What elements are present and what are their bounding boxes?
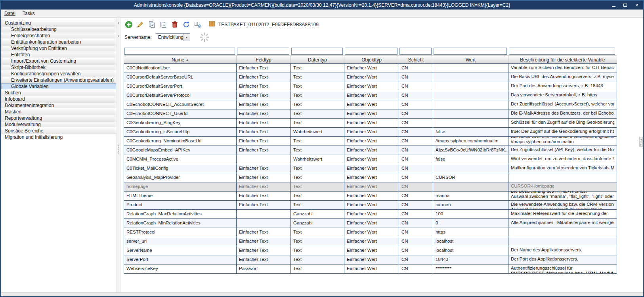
table-row[interactable]: RelationGraph_MinRelationActivitiesGanzz… — [124, 219, 617, 228]
table-row[interactable]: C0Geokodierung_BingKeyEinfacher TextText… — [124, 119, 617, 128]
table-row[interactable]: C0EchobotCONNECT_UserIdEinfacher TextTex… — [124, 109, 617, 119]
cell-feldtyp: Einfacher Text — [237, 192, 291, 200]
sidebar-item-import-export-von-customizing[interactable]: Import/Export von Customizing — [1, 58, 116, 64]
sidebar-tree: CustomizingSchlüsselbearbeitungFeldeigen… — [1, 18, 117, 292]
table-row[interactable]: RESTProtocolEinfacher TextTextEinfacher … — [124, 228, 617, 237]
cell-feldtyp: Einfacher Text — [237, 201, 291, 209]
sidebar-item-migration-und-initialisierung[interactable]: Migration und Initialisierung — [1, 134, 116, 140]
splitter-grip — [117, 145, 120, 153]
sidebar-item-feldeigenschaften[interactable]: Feldeigenschaften — [1, 33, 116, 38]
table-row[interactable]: C0Ticket_MailConfigEinfacher TextTextEin… — [124, 164, 617, 173]
menu-tasks[interactable]: Tasks — [19, 10, 38, 17]
splitter-collapse-left-icon[interactable]: ‹ — [117, 21, 120, 25]
cell-objekttyp: Einfacher Wert — [344, 219, 399, 228]
table-row[interactable]: ServerNameEinfacher TextTextEinfacher We… — [124, 246, 617, 255]
table-row[interactable]: C0CursorDefaultServerProtocolEinfacher T… — [124, 91, 617, 100]
column-header-objekttyp[interactable]: Objekttyp — [344, 56, 399, 63]
cell-name: C0GoogleMapsEmbed_APIKey — [124, 146, 237, 155]
filter-input-datentyp[interactable] — [291, 48, 343, 55]
table-row[interactable]: C0CursorDefaultServerBaseURLEinfacher Te… — [124, 73, 617, 82]
table-row[interactable]: WebserviceKeyPasswortTextEinfacher WertC… — [124, 264, 617, 274]
table-row[interactable]: ServerPortEinfacher TextTextEinfacher We… — [124, 255, 617, 264]
close-button[interactable]: ✕ — [631, 1, 642, 10]
table-row[interactable]: C0Geokodierung_NominatimBaseUrlEinfacher… — [124, 137, 617, 146]
column-header-beschreibung[interactable]: Beschreibung für die selektierte Variabl… — [508, 56, 617, 63]
cell-objekttyp: Einfacher Wert — [344, 155, 399, 164]
sidebar-splitter[interactable]: ‹ › — [117, 18, 120, 292]
filter-input-schicht[interactable] — [399, 48, 432, 55]
table-row[interactable]: Geoanalysis_MapProviderEinfacher TextTex… — [124, 173, 617, 182]
servername-select[interactable]: Entwicklung ▼ — [156, 33, 190, 41]
cell-schicht: CN — [399, 109, 433, 118]
cell-name: RelationGraph_MinRelationActivities — [124, 219, 237, 228]
delete-button[interactable] — [170, 20, 179, 29]
filter-input-feldtyp[interactable] — [237, 48, 289, 55]
edit-icon — [136, 21, 144, 29]
cell-datentyp: Text — [291, 173, 344, 182]
column-header-name[interactable]: Name▲ — [124, 56, 237, 63]
chevron-down-icon[interactable]: ▼ — [183, 34, 190, 41]
export-package-indicator: TESTPAKET_01102012_E95DEF8DB8A8B109 — [208, 20, 319, 29]
export-package-label: TESTPAKET_01102012_E95DEF8DB8A8B109 — [218, 22, 319, 27]
filter-input-name[interactable] — [124, 48, 235, 55]
sidebar-item-verknuepfung-von-entitaeten[interactable]: Verknüpfung von Entitäten — [1, 45, 116, 51]
table-row[interactable]: C0CtiNotificationUserEinfacher TextTextE… — [124, 64, 617, 73]
menu-datei[interactable]: Datei — [1, 10, 19, 17]
table-row[interactable]: C0EchobotCONNECT_AccountSecretEinfacher … — [124, 100, 617, 109]
table-row[interactable]: C0Geokodierung_isSecureHttpEinfacher Tex… — [124, 128, 617, 137]
add-button[interactable] — [124, 20, 133, 29]
table-row[interactable]: HTMLThemeEinfacher TextTextEinfacher Wer… — [124, 192, 617, 201]
table-row[interactable]: RelationGraph_MaxRelationActivitiesGanzz… — [124, 210, 617, 219]
sidebar-item-reportverwaltung[interactable]: Reportverwaltung — [1, 115, 116, 121]
table-row[interactable]: ProductEinfacher TextTextEinfacher WertC… — [124, 201, 617, 210]
table-row[interactable]: homepageEinfacher TextTextEinfacher Wert… — [124, 182, 617, 192]
minimize-button[interactable] — [608, 1, 619, 10]
sidebar-item-schluesselbearbeitung[interactable]: Schlüsselbearbeitung — [1, 26, 116, 32]
copy-button[interactable] — [147, 20, 156, 29]
cell-wert — [433, 164, 508, 173]
sidebar-item-dokumentenintegration[interactable]: Dokumentenintegration — [1, 102, 116, 108]
column-header-schicht[interactable]: Schicht — [399, 56, 433, 63]
sidebar-item-suchen[interactable]: Suchen — [1, 90, 116, 96]
sidebar-item-modulverwaltung[interactable]: Modulverwaltung — [1, 121, 116, 127]
right-splitter-collapse-button[interactable]: ◂ — [639, 137, 643, 142]
maximize-button[interactable] — [619, 1, 631, 10]
filter-input-objekttyp[interactable] — [345, 48, 397, 55]
cell-schicht: CN — [399, 173, 433, 182]
cell-name: RESTProtocol — [124, 228, 237, 237]
sidebar-item-erweiterte-einstellungen-anwendungsvariablen[interactable]: Erweiterte Einstellungen (Anwendungsvari… — [1, 77, 116, 83]
column-header-datentyp[interactable]: Datentyp — [291, 56, 344, 63]
cell-name: C0CtiNotificationUser — [124, 64, 237, 73]
cell-objekttyp: Einfacher Wert — [344, 91, 399, 100]
sidebar-item-masken[interactable]: Masken — [1, 109, 116, 115]
sidebar-item-customizing[interactable]: Customizing — [1, 20, 116, 26]
configuration-export-button[interactable] — [193, 20, 202, 29]
table-row[interactable]: C0GoogleMapsEmbed_APIKeyEinfacher TextTe… — [124, 146, 617, 155]
sidebar-item-entitaetenkonfiguration-bearbeiten[interactable]: Entitätenkonfiguration bearbeiten — [1, 39, 116, 45]
table-row[interactable]: C0MCMM_ProcessActiveWahrheitswertEinfach… — [124, 155, 617, 164]
paste-button[interactable] — [159, 20, 168, 29]
cell-name: C0Ticket_MailConfig — [124, 164, 237, 173]
sidebar-item-globale-variablen[interactable]: Globale Variablen — [1, 83, 116, 89]
sidebar-item-skript-bibliothek[interactable]: Skript-Bibliothek — [1, 64, 116, 70]
cell-name: Product — [124, 201, 237, 209]
edit-button[interactable] — [136, 20, 145, 29]
right-splitter-expand-button[interactable]: ▸ — [639, 142, 643, 147]
table-row[interactable]: server_urlEinfacher TextTextEinfacher We… — [124, 237, 617, 246]
filter-input-wert[interactable] — [434, 48, 507, 55]
refresh-button[interactable] — [182, 20, 191, 29]
filter-input-beschreibung[interactable] — [509, 48, 615, 55]
sidebar-item-entitaeten[interactable]: Entitäten — [1, 52, 116, 57]
filter-cell — [236, 47, 290, 56]
cell-beschreibung: CURSOR-Homepage — [508, 182, 617, 191]
table-row[interactable]: C0CursorDefaultServerPortEinfacher TextT… — [124, 82, 617, 91]
column-header-wert[interactable]: Wert — [433, 56, 508, 63]
sidebar-item-label: Entitäten — [11, 52, 30, 57]
splitter-expand-right-icon[interactable]: › — [117, 34, 120, 38]
sidebar-item-label: Feldeigenschaften — [11, 33, 50, 38]
sidebar-item-konfigurationsgruppen-verwalten[interactable]: Konfigurationsgruppen verwalten — [1, 71, 116, 77]
sidebar-item-sonstige-bereiche[interactable]: Sonstige Bereiche — [1, 128, 116, 134]
cell-name: C0Geokodierung_NominatimBaseUrl — [124, 137, 237, 146]
sidebar-item-infoboard[interactable]: Infoboard — [1, 96, 116, 102]
column-header-feldtyp[interactable]: Feldtyp — [237, 56, 291, 63]
